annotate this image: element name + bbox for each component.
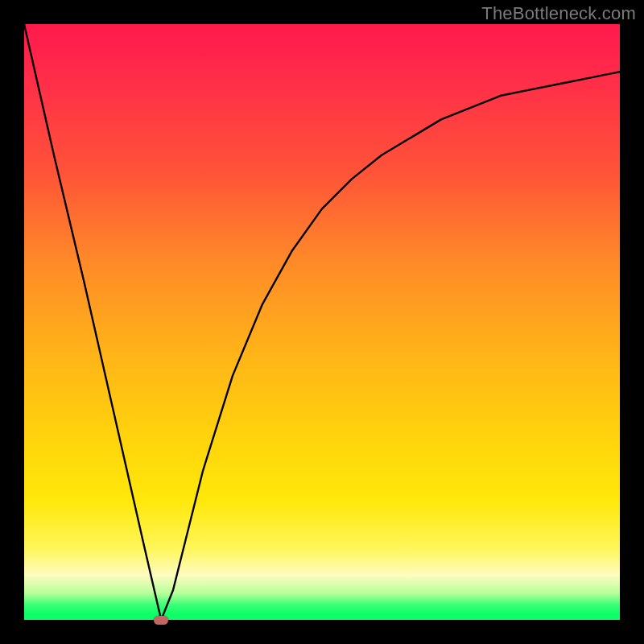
chart-frame: TheBottleneck.com (0, 0, 644, 644)
optimal-point-marker (154, 616, 168, 625)
bottleneck-curve (24, 24, 620, 620)
watermark-text: TheBottleneck.com (481, 3, 636, 24)
plot-area (24, 24, 620, 620)
